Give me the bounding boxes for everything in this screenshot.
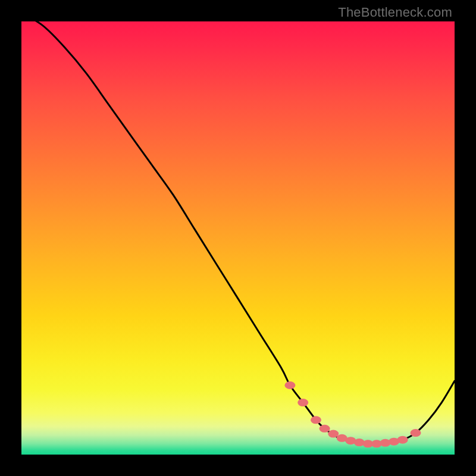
highlight-dots-group	[284, 381, 421, 447]
bottleneck-curve	[21, 21, 455, 444]
outer-frame: TheBottleneck.com	[0, 0, 476, 476]
highlight-dot	[311, 416, 321, 424]
highlight-dot	[284, 381, 295, 389]
highlight-dot	[320, 425, 330, 433]
highlight-dot	[298, 399, 308, 406]
highlight-dot	[397, 436, 408, 444]
highlight-dot	[411, 429, 421, 437]
watermark-text: TheBottleneck.com	[338, 5, 452, 20]
curve-layer	[21, 21, 455, 455]
plot-area	[21, 21, 455, 455]
